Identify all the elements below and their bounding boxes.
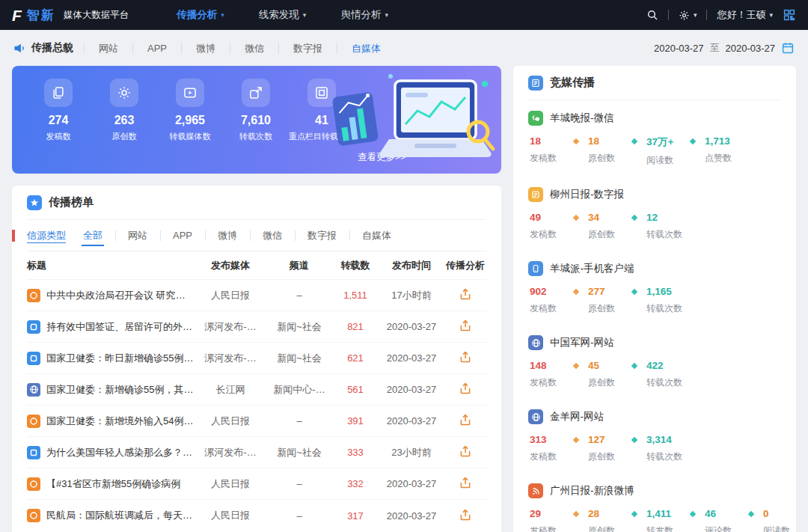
competitor-name: 中国军网-网站 bbox=[550, 336, 614, 349]
banner-stats: 274发稿数263原创数2,965转载媒体数7,610转载次数41重点栏目转载次… bbox=[25, 79, 488, 141]
nav-item-label: 传播分析 bbox=[177, 8, 217, 22]
table-row[interactable]: 国家卫健委：新增境外输入54例…人民日报–3912020-03-27 bbox=[27, 406, 486, 437]
settings-menu[interactable]: ▾ bbox=[679, 10, 697, 21]
nav-item-label: 线索发现 bbox=[259, 8, 299, 22]
top-navbar: F 智新 媒体大数据平台 传播分析▾线索发现▾舆情分析▾ ▾ 您好！王硕 ▾ bbox=[0, 0, 808, 30]
stat-value: 902 bbox=[530, 286, 567, 297]
luohe-icon bbox=[27, 352, 40, 365]
stat-label: 原创数 bbox=[588, 450, 625, 463]
spread-analysis-button[interactable] bbox=[459, 508, 472, 522]
table-row[interactable]: 国家卫健委：新增确诊55例，其…长江网新闻中心-…5612020-03-27 bbox=[27, 374, 486, 406]
article-title[interactable]: 民航局：国际航班调减后，每天… bbox=[27, 509, 195, 522]
spread-analysis-button[interactable] bbox=[459, 287, 472, 301]
star-icon bbox=[27, 195, 42, 210]
diamond-separator-icon bbox=[631, 363, 637, 369]
table-row[interactable]: 为什么美国年轻人感染那么多？…漯河发布-…新闻~社会33323小时前 bbox=[27, 437, 486, 468]
people-daily-icon bbox=[27, 509, 40, 522]
competitor-item: 羊城派-手机客户端902发稿数277原创数1,165转载次数 bbox=[528, 251, 781, 325]
competitor-stat: 49发稿数 bbox=[530, 212, 567, 241]
ranking-tab-微信[interactable]: 微信 bbox=[250, 220, 295, 251]
stat-value: 1,713 bbox=[705, 135, 742, 147]
stat-label: 转载次数 bbox=[646, 228, 684, 241]
logo-text: 智新 bbox=[27, 7, 55, 24]
doc-icon bbox=[44, 79, 73, 107]
spread-analysis-button[interactable] bbox=[459, 319, 472, 332]
tab-自媒体[interactable]: 自媒体 bbox=[337, 43, 395, 54]
table-row[interactable]: 国家卫健委：昨日新增确诊55例…漯河发布-…新闻~社会6212020-03-27 bbox=[27, 343, 486, 374]
tab-APP[interactable]: APP bbox=[132, 43, 181, 54]
table-row[interactable]: 中共中央政治局召开会议 研究部署人民日报–1,51117小时前 bbox=[27, 280, 486, 311]
spread-analysis-button[interactable] bbox=[459, 413, 472, 426]
competitor-stats: 148发稿数45原创数422转载次数 bbox=[528, 360, 781, 389]
ranking-tab-网站[interactable]: 网站 bbox=[115, 220, 160, 251]
article-title[interactable]: 中共中央政治局召开会议 研究部署 bbox=[27, 289, 195, 302]
tab-网站[interactable]: 网站 bbox=[84, 43, 132, 54]
spread-analysis-button[interactable] bbox=[459, 382, 472, 395]
diamond-separator-icon bbox=[631, 437, 637, 443]
tab-微信[interactable]: 微信 bbox=[230, 43, 278, 54]
ranking-tab-微博[interactable]: 微博 bbox=[205, 220, 250, 251]
chevron-down-icon: ▾ bbox=[221, 11, 224, 19]
publish-media: 人民日报 bbox=[195, 477, 266, 491]
right-column: 竞媒传播 羊城晚报-微信18发稿数18原创数37万+阅读数1,713点赞数柳州日… bbox=[513, 66, 796, 532]
column-header: 发布时间 bbox=[379, 259, 444, 272]
diamond-separator-icon bbox=[573, 289, 579, 295]
website-icon bbox=[528, 335, 543, 350]
user-menu[interactable]: 您好！王硕 ▾ bbox=[717, 8, 773, 22]
spread-analysis-button[interactable] bbox=[459, 350, 472, 364]
ranking-tab-全部[interactable]: 全部 bbox=[70, 220, 115, 251]
channel: – bbox=[266, 415, 332, 426]
stat-value: 2,965 bbox=[157, 114, 223, 127]
publish-media: 漯河发布-… bbox=[195, 352, 266, 365]
see-more-link[interactable]: 查看更多>> bbox=[358, 151, 406, 164]
navbar-right: ▾ 您好！王硕 ▾ bbox=[646, 8, 796, 22]
nav-item-1[interactable]: 传播分析▾ bbox=[177, 8, 224, 22]
ranking-tab-自媒体[interactable]: 自媒体 bbox=[349, 220, 404, 251]
megaphone-icon bbox=[13, 42, 26, 55]
article-title[interactable]: 【#31省区市新增55例确诊病例 bbox=[27, 477, 195, 491]
spread-analysis-button[interactable] bbox=[459, 444, 472, 458]
nav-item-3[interactable]: 舆情分析▾ bbox=[340, 8, 388, 22]
qr-code-icon[interactable] bbox=[783, 8, 796, 22]
ranking-tab-数字报[interactable]: 数字报 bbox=[295, 220, 349, 251]
repost-count: 561 bbox=[332, 384, 379, 395]
tab-微博[interactable]: 微博 bbox=[181, 43, 230, 54]
channel: 新闻~社会 bbox=[266, 352, 332, 365]
competitor-title: 竞媒传播 bbox=[550, 76, 595, 90]
logo: F 智新 媒体大数据平台 bbox=[12, 7, 129, 24]
calendar-icon[interactable] bbox=[781, 41, 795, 55]
search-icon[interactable] bbox=[646, 9, 658, 21]
competitor-stat: 34原创数 bbox=[588, 212, 625, 241]
competitor-stats: 313发稿数127原创数3,314转载次数 bbox=[528, 434, 781, 463]
ranking-card-header: 传播榜单 bbox=[27, 186, 486, 220]
divider bbox=[668, 10, 669, 20]
article-title[interactable]: 为什么美国年轻人感染那么多？… bbox=[27, 446, 195, 459]
channel: 新闻中心-… bbox=[266, 383, 332, 397]
stat-value: 127 bbox=[588, 434, 625, 445]
article-title[interactable]: 国家卫健委：新增确诊55例，其… bbox=[27, 383, 195, 397]
spread-analysis-button[interactable] bbox=[459, 476, 472, 489]
date-to[interactable]: 2020-03-27 bbox=[726, 43, 776, 54]
table-row[interactable]: 【#31省区市新增55例确诊病例人民日报–3322020-03-27 bbox=[27, 468, 486, 500]
tab-overview[interactable]: 传播总貌 bbox=[13, 41, 73, 55]
ranking-tabs: 全部网站APP微博微信数字报自媒体 bbox=[70, 220, 404, 251]
nav-item-2[interactable]: 线索发现▾ bbox=[259, 8, 307, 22]
divider bbox=[706, 10, 707, 20]
original-icon bbox=[110, 79, 138, 107]
article-title[interactable]: 国家卫健委：新增境外输入54例… bbox=[27, 415, 195, 428]
tab-数字报[interactable]: 数字报 bbox=[278, 43, 337, 54]
date-from[interactable]: 2020-03-27 bbox=[654, 43, 704, 54]
table-row[interactable]: 持有效中国签证、居留许可的外…漯河发布-…新闻~社会8212020-03-27 bbox=[27, 311, 486, 343]
filter-label[interactable]: 信源类型 bbox=[27, 229, 66, 242]
stat-value: 1,165 bbox=[646, 286, 684, 297]
stat-label: 发稿数 bbox=[530, 450, 567, 463]
stat-value: 3,314 bbox=[646, 434, 684, 445]
ranking-tab-APP[interactable]: APP bbox=[160, 220, 205, 251]
repost-count: 317 bbox=[332, 510, 379, 522]
competitor-stat: 45原创数 bbox=[588, 360, 625, 389]
article-title[interactable]: 持有效中国签证、居留许可的外… bbox=[27, 320, 195, 334]
table-row[interactable]: 民航局：国际航班调减后，每天…人民日报–3172020-03-27 bbox=[27, 500, 486, 531]
diamond-separator-icon bbox=[573, 437, 579, 443]
article-title[interactable]: 国家卫健委：昨日新增确诊55例… bbox=[27, 352, 195, 365]
competitor-stat: 1,165转载次数 bbox=[646, 286, 684, 315]
